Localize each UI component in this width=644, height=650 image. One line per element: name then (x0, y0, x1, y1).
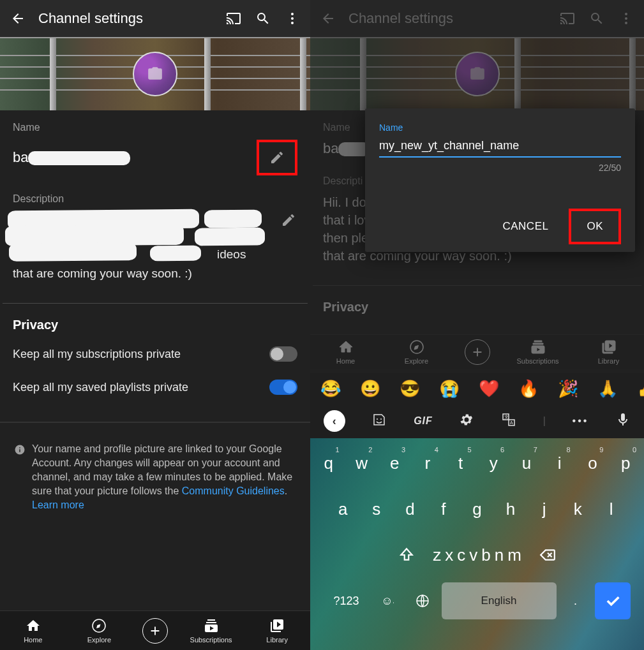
more-icon[interactable]: ••• (573, 415, 589, 427)
channel-name-value: ba (13, 149, 130, 166)
key-q[interactable]: q1 (314, 445, 343, 482)
key-h[interactable]: h (496, 491, 526, 528)
svg-point-4 (625, 17, 627, 20)
svg-point-1 (291, 17, 294, 20)
emoji-key[interactable]: 😂 (320, 379, 341, 399)
nav-library[interactable]: Library (586, 339, 632, 365)
enter-key[interactable] (595, 582, 631, 619)
nav-create[interactable] (142, 618, 168, 644)
emoji-key[interactable]: 🔥 (518, 379, 539, 399)
symbols-key[interactable]: ?123 (324, 582, 369, 619)
key-k[interactable]: k (563, 491, 593, 528)
emoji-key[interactable]: 😀 (360, 379, 380, 399)
key-m[interactable]: m (507, 536, 521, 573)
translate-icon[interactable]: 文A (501, 412, 516, 430)
key-s[interactable]: s (362, 491, 392, 528)
key-z[interactable]: z (433, 536, 441, 573)
key-b[interactable]: b (481, 536, 490, 573)
toggle-playlists[interactable] (269, 380, 297, 395)
emoji-key[interactable]: ❤️ (479, 379, 499, 399)
info-icon (14, 444, 26, 455)
nav-subscriptions[interactable]: Subscriptions (515, 339, 561, 365)
key-g[interactable]: g (462, 491, 492, 528)
key-r[interactable]: r4 (413, 445, 442, 482)
screenshot-left: Channel settings Name ba (0, 0, 310, 650)
back-icon[interactable] (319, 10, 337, 27)
channel-banner (0, 37, 310, 110)
svg-point-0 (291, 13, 294, 15)
settings-icon[interactable] (459, 412, 474, 430)
emoji-key[interactable]: 🎉 (558, 379, 578, 399)
key-e[interactable]: e3 (380, 445, 409, 482)
language-key[interactable] (407, 582, 438, 619)
learn-more-link[interactable]: Learn more (32, 499, 84, 510)
privacy-playlists-row[interactable]: Keep all my saved playlists private (0, 371, 310, 404)
cancel-button[interactable]: CANCEL (493, 215, 557, 238)
name-input[interactable] (379, 137, 621, 158)
toggle-subscriptions[interactable] (269, 346, 297, 362)
pencil-icon[interactable] (268, 149, 286, 166)
nav-library[interactable]: Library (254, 618, 300, 644)
svg-point-2 (291, 22, 294, 24)
shift-key[interactable] (384, 536, 429, 573)
pencil-icon[interactable] (280, 211, 297, 229)
ok-button[interactable]: OK (578, 215, 612, 238)
description-section: Description ideos that are coming your w… (0, 182, 310, 289)
virtual-keyboard: q1w2e3r4t5y6u7i8o9p0 asdfghjkl zxcvbnm ?… (310, 438, 644, 650)
gif-button[interactable]: GIF (414, 415, 433, 427)
nav-explore[interactable]: Explore (76, 618, 122, 644)
back-icon[interactable] (9, 10, 27, 27)
search-icon[interactable] (588, 10, 606, 27)
key-w[interactable]: w2 (347, 445, 377, 482)
mic-icon[interactable] (615, 412, 631, 430)
space-key[interactable]: English (442, 582, 557, 619)
emoji-key[interactable]: 👍 (637, 379, 644, 399)
nav-create[interactable] (465, 339, 490, 365)
sticker-icon[interactable] (371, 412, 387, 430)
nav-subscriptions[interactable]: Subscriptions (188, 618, 234, 644)
edit-name-dialog: Name 22/50 CANCEL OK (365, 108, 635, 252)
avatar[interactable] (133, 52, 177, 96)
key-d[interactable]: d (395, 491, 425, 528)
key-n[interactable]: n (495, 536, 504, 573)
key-u[interactable]: u7 (512, 445, 541, 482)
kb-collapse-icon[interactable]: ‹ (324, 410, 345, 432)
key-c[interactable]: c (457, 536, 465, 573)
emoji-suggestion-bar: 😂 😀 😎 😭 ❤️ 🔥 🎉 🙏 👍 ☺ (310, 373, 644, 404)
more-icon[interactable] (617, 10, 635, 27)
search-icon[interactable] (254, 10, 272, 27)
key-i[interactable]: i8 (545, 445, 574, 482)
key-y[interactable]: y6 (479, 445, 509, 482)
nav-home[interactable]: Home (323, 339, 369, 365)
svg-point-7 (380, 418, 382, 420)
key-x[interactable]: x (445, 536, 453, 573)
nav-explore[interactable]: Explore (394, 339, 440, 365)
key-v[interactable]: v (469, 536, 477, 573)
nav-home[interactable]: Home (10, 618, 56, 644)
svg-text:A: A (510, 420, 513, 425)
cast-icon[interactable] (558, 10, 576, 27)
emoji-key[interactable]: 😭 (439, 379, 460, 399)
camera-icon (467, 66, 488, 82)
key-o[interactable]: o9 (578, 445, 608, 482)
emoji-key[interactable]: 😎 (400, 379, 420, 399)
avatar[interactable] (455, 52, 500, 96)
key-j[interactable]: j (529, 491, 559, 528)
more-icon[interactable] (283, 10, 301, 27)
emoji-key[interactable]: 🙏 (597, 379, 618, 399)
key-a[interactable]: a (328, 491, 358, 528)
cast-icon[interactable] (225, 10, 243, 27)
privacy-subscriptions-row[interactable]: Keep all my subscriptions private (0, 337, 310, 371)
emoji-key[interactable]: ☺, (373, 582, 403, 619)
key-f[interactable]: f (429, 491, 459, 528)
bottom-nav: Home Explore Subscriptions Library (310, 334, 644, 369)
svg-text:文: 文 (504, 415, 509, 419)
community-guidelines-link[interactable]: Community Guidelines (182, 485, 285, 496)
period-key[interactable]: . (560, 582, 591, 619)
backspace-key[interactable] (525, 536, 570, 573)
key-t[interactable]: t5 (446, 445, 476, 482)
key-p[interactable]: p0 (611, 445, 640, 482)
key-l[interactable]: l (596, 491, 626, 528)
divider (313, 285, 641, 286)
divider (3, 303, 308, 304)
